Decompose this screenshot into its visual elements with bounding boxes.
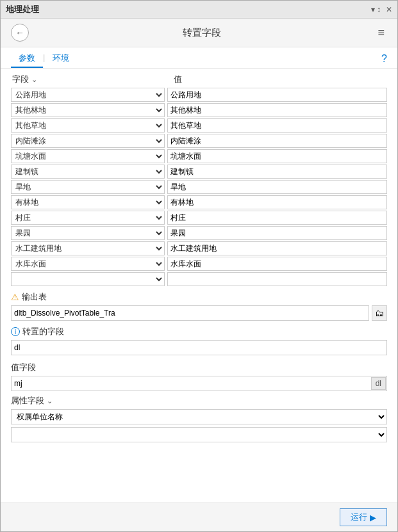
value-input-6[interactable] [167, 180, 387, 194]
table-row: 坑塘水面 [11, 149, 387, 163]
run-button[interactable]: 运行 ▶ [340, 508, 387, 526]
output-row: 🗂 [11, 305, 387, 321]
table-row: 果园 [11, 226, 387, 240]
field-dropdown-7[interactable]: 有林地 [11, 195, 165, 209]
field-dropdown-1[interactable]: 其他林地 [11, 103, 165, 117]
value-input-12[interactable] [167, 272, 387, 286]
field-select-5[interactable]: 建制镇 [11, 165, 165, 179]
field-select-10[interactable]: 水工建筑用地 [11, 241, 165, 255]
value-field-input[interactable] [11, 376, 387, 391]
main-scroll[interactable]: 字段 ⌄ 值 公路用地 [1, 69, 397, 503]
output-label: 输出表 [22, 291, 47, 303]
title-bar: 地理处理 ▾ ↕ ✕ [1, 1, 397, 19]
field-col-header: 字段 ⌄ [12, 74, 166, 85]
value-input-4[interactable] [167, 149, 387, 163]
value-text-7[interactable] [167, 195, 387, 209]
value-text-1[interactable] [167, 103, 387, 117]
transpose-field-input[interactable] [11, 340, 387, 355]
field-dropdown-11[interactable]: 水库水面 [11, 257, 165, 271]
value-input-2[interactable] [167, 118, 387, 133]
value-input-11[interactable] [167, 257, 387, 271]
main-window: 地理处理 ▾ ↕ ✕ ← 转置字段 ≡ 参数 | 环境 ? 字段 ⌄ [0, 0, 398, 532]
menu-icon[interactable]: ≡ [375, 25, 387, 41]
field-select-3[interactable]: 内陆滩涂 [11, 134, 165, 148]
output-section-label: ⚠ 输出表 [11, 291, 387, 303]
value-text-5[interactable] [167, 165, 387, 179]
value-text-9[interactable] [167, 226, 387, 240]
output-input[interactable] [11, 305, 369, 321]
field-select-6[interactable]: 旱地 [11, 180, 165, 194]
window-title: 地理处理 [6, 4, 39, 15]
value-text-10[interactable] [167, 241, 387, 255]
value-input-0[interactable] [167, 88, 387, 102]
value-text-11[interactable] [167, 257, 387, 271]
table-row: 其他草地 [11, 118, 387, 133]
table-row: 公路用地 [11, 88, 387, 102]
value-field-section-label: 值字段 [11, 362, 387, 373]
value-input-1[interactable] [167, 103, 387, 117]
value-input-3[interactable] [167, 134, 387, 148]
field-select-8[interactable]: 村庄 [11, 211, 165, 225]
value-field-row: dl [11, 376, 387, 391]
table-row: 水库水面 [11, 257, 387, 271]
pin-icon[interactable]: ▾ ↕ [371, 5, 381, 14]
value-text-2[interactable] [167, 118, 387, 133]
transpose-label: 转置的字段 [22, 326, 64, 337]
sort-icon[interactable]: ⌄ [31, 76, 37, 84]
run-label: 运行 [351, 512, 367, 523]
field-select-1[interactable]: 其他林地 [11, 103, 165, 117]
transpose-section-label: i 转置的字段 [11, 326, 387, 337]
attr-select-2[interactable] [11, 427, 387, 442]
value-text-12[interactable] [167, 272, 387, 286]
attr-field-label: 属性字段 [11, 395, 44, 407]
window-controls: ▾ ↕ ✕ [371, 5, 392, 14]
tab-params[interactable]: 参数 [11, 50, 43, 68]
field-dropdown-10[interactable]: 水工建筑用地 [11, 241, 165, 255]
folder-button[interactable]: 🗂 [372, 305, 387, 321]
field-select-0[interactable]: 公路用地 [11, 88, 165, 102]
value-text-6[interactable] [167, 180, 387, 194]
field-dropdown-6[interactable]: 旱地 [11, 180, 165, 194]
field-select-12[interactable] [11, 272, 165, 286]
header: ← 转置字段 ≡ [1, 19, 397, 47]
table-row: 村庄 [11, 211, 387, 225]
field-dropdown-4[interactable]: 坑塘水面 [11, 149, 165, 163]
back-button[interactable]: ← [11, 24, 29, 42]
value-input-5[interactable] [167, 165, 387, 179]
attr-section: 属性字段 ⌄ 权属单位名称 [11, 395, 387, 445]
field-dropdown-5[interactable]: 建制镇 [11, 165, 165, 179]
content-area: 字段 ⌄ 值 公路用地 [1, 69, 397, 503]
value-text-3[interactable] [167, 134, 387, 148]
folder-icon: 🗂 [375, 308, 384, 318]
value-text-0[interactable] [167, 88, 387, 102]
value-input-9[interactable] [167, 226, 387, 240]
value-input-7[interactable] [167, 195, 387, 209]
run-icon: ▶ [370, 513, 376, 522]
field-select-9[interactable]: 果园 [11, 226, 165, 240]
field-dropdown-8[interactable]: 村庄 [11, 211, 165, 225]
value-input-8[interactable] [167, 211, 387, 225]
table-row: 建制镇 [11, 165, 387, 179]
field-dropdown-9[interactable]: 果园 [11, 226, 165, 240]
field-select-11[interactable]: 水库水面 [11, 257, 165, 271]
field-value-header: 字段 ⌄ 值 [11, 74, 387, 85]
field-select-4[interactable]: 坑塘水面 [11, 149, 165, 163]
field-dropdown-0[interactable]: 公路用地 [11, 88, 165, 102]
value-input-10[interactable] [167, 241, 387, 255]
field-dropdown-3[interactable]: 内陆滩涂 [11, 134, 165, 148]
chevron-down-icon[interactable]: ⌄ [47, 397, 53, 405]
warning-icon: ⚠ [11, 292, 19, 302]
field-dropdown-12[interactable] [11, 272, 165, 286]
field-select-2[interactable]: 其他草地 [11, 118, 165, 133]
help-icon[interactable]: ? [381, 53, 387, 65]
attr-select-1[interactable]: 权属单位名称 [11, 409, 387, 424]
value-text-8[interactable] [167, 211, 387, 225]
tabs-left: 参数 | 环境 [11, 50, 77, 68]
value-field-label: 值字段 [11, 362, 36, 373]
table-row: 其他林地 [11, 103, 387, 117]
field-dropdown-2[interactable]: 其他草地 [11, 118, 165, 133]
field-select-7[interactable]: 有林地 [11, 195, 165, 209]
tab-env[interactable]: 环境 [45, 50, 77, 68]
value-text-4[interactable] [167, 149, 387, 163]
close-icon[interactable]: ✕ [386, 5, 392, 14]
